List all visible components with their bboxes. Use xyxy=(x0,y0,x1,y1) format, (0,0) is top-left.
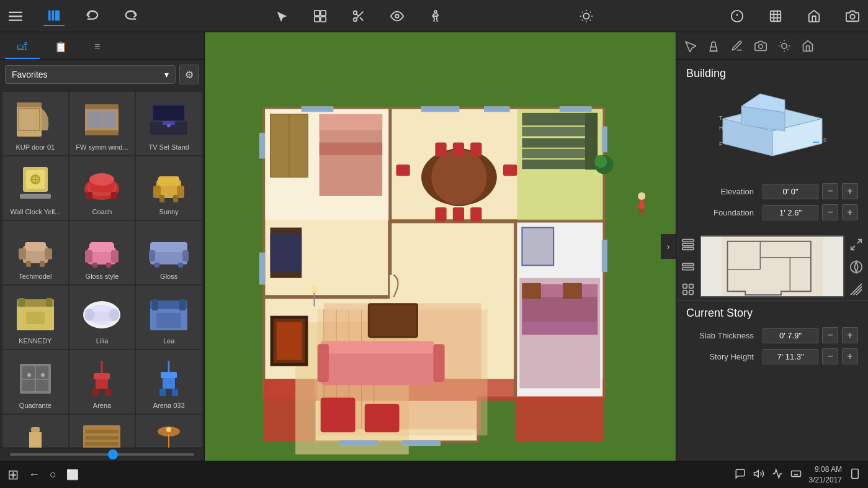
foundation-input[interactable] xyxy=(763,205,818,220)
start-button[interactable]: ⊞ xyxy=(7,467,19,483)
ruler-icon[interactable] xyxy=(849,282,863,299)
undo-icon[interactable] xyxy=(82,7,103,25)
svg-rect-82 xyxy=(182,250,189,261)
elevation-plus-button[interactable]: + xyxy=(842,183,858,199)
stamp-right-tab[interactable] xyxy=(702,36,725,59)
svg-text:T: T xyxy=(719,115,723,121)
list-item[interactable]: Gloss style xyxy=(69,221,135,284)
select-icon[interactable] xyxy=(271,7,292,25)
walk-icon[interactable] xyxy=(425,7,446,25)
sun-right-tab[interactable] xyxy=(773,36,795,59)
list-item[interactable]: Lamp xyxy=(136,415,202,448)
list-item[interactable]: Coach xyxy=(69,156,135,220)
list-item[interactable]: Arena xyxy=(69,350,135,413)
list-tab[interactable]: ≡ xyxy=(82,36,112,59)
library-icon[interactable] xyxy=(43,6,65,26)
slab-thickness-input[interactable] xyxy=(763,328,818,343)
svg-rect-77 xyxy=(92,263,97,268)
scissors-icon[interactable] xyxy=(348,7,369,25)
zoom-slider-track[interactable] xyxy=(10,453,194,456)
list-item[interactable]: Arena 033 xyxy=(136,350,202,413)
item-label: KENNEDY xyxy=(19,337,51,345)
list-item[interactable]: Wall Clock Yell... xyxy=(2,156,68,220)
dropdown-arrow: ▾ xyxy=(164,70,169,79)
svg-line-255 xyxy=(851,284,862,295)
compass-icon[interactable] xyxy=(849,260,863,276)
story-height-input[interactable] xyxy=(763,349,818,364)
svg-rect-99 xyxy=(156,313,181,328)
elevation-minus-button[interactable]: − xyxy=(822,183,838,199)
network-icon[interactable] xyxy=(772,468,783,482)
volume-icon[interactable] xyxy=(753,468,764,482)
center-canvas[interactable]: › xyxy=(205,32,676,461)
furniture-tab[interactable]: 🛋 xyxy=(5,36,40,59)
filter-settings-button[interactable]: ⚙ xyxy=(179,65,199,84)
list-item[interactable]: KUP door 01 xyxy=(2,92,68,155)
svg-rect-117 xyxy=(31,427,40,432)
item-label: Sunny xyxy=(159,208,179,215)
taskbar-left: ⊞ ← ○ ⬜ xyxy=(7,467,79,483)
story-height-minus-button[interactable]: − xyxy=(822,348,838,364)
svg-rect-71 xyxy=(26,261,31,267)
foundation-minus-button[interactable]: − xyxy=(822,204,838,220)
svg-point-47 xyxy=(167,124,171,127)
svg-point-220 xyxy=(782,43,787,48)
list-item[interactable]: FW symm wind... xyxy=(69,92,135,155)
home-button-taskbar[interactable]: ○ xyxy=(50,468,56,481)
list-item[interactable]: Techmodel xyxy=(2,221,68,284)
back-button[interactable]: ← xyxy=(29,468,40,481)
expand-panel-button[interactable]: › xyxy=(661,234,676,259)
favorites-dropdown[interactable]: Favorites ▾ xyxy=(5,65,176,84)
list-item[interactable]: KENNEDY xyxy=(2,286,68,349)
house-right-tab[interactable] xyxy=(797,36,819,59)
keyboard-icon[interactable] xyxy=(790,468,802,482)
list-item[interactable]: Gloss xyxy=(136,221,202,284)
paint-right-tab[interactable] xyxy=(726,36,748,59)
list-item[interactable]: TV Set Stand xyxy=(136,92,202,155)
design-tab[interactable]: 📋 xyxy=(42,36,79,59)
list-item[interactable]: Quadrante xyxy=(2,350,68,413)
slab-thickness-minus-button[interactable]: − xyxy=(822,327,838,343)
hamburger-menu[interactable] xyxy=(5,7,26,25)
grid-icon[interactable] xyxy=(681,282,695,299)
svg-rect-4 xyxy=(51,10,54,20)
group-icon[interactable] xyxy=(310,7,331,25)
multitask-button[interactable]: ⬜ xyxy=(66,469,79,481)
expand-right-icon[interactable] xyxy=(849,238,863,254)
redo-icon[interactable] xyxy=(120,7,141,25)
elevation-input[interactable] xyxy=(763,184,818,199)
tablet-icon[interactable] xyxy=(849,468,861,482)
filter-label: Favorites xyxy=(12,70,48,79)
camera-icon-top[interactable] xyxy=(842,7,863,25)
item-thumb xyxy=(77,227,127,270)
export-icon[interactable] xyxy=(765,7,786,25)
zoom-slider-thumb[interactable] xyxy=(108,450,118,459)
svg-point-216 xyxy=(310,286,318,293)
svg-rect-0 xyxy=(9,11,22,12)
story-height-plus-button[interactable]: + xyxy=(842,348,858,364)
floor-plan-thumbnail[interactable] xyxy=(700,235,844,297)
cursor-right-tab[interactable] xyxy=(679,36,701,59)
foundation-plus-button[interactable]: + xyxy=(842,204,858,220)
list-item[interactable]: Shelf xyxy=(69,415,135,448)
svg-rect-241 xyxy=(682,264,694,266)
list-item[interactable]: Chair xyxy=(2,415,68,448)
sun-icon[interactable] xyxy=(576,7,597,25)
list-item[interactable]: Lea xyxy=(136,286,202,349)
home-icon[interactable] xyxy=(803,7,825,25)
floors-list-icon[interactable] xyxy=(681,238,695,254)
svg-rect-113 xyxy=(161,372,177,378)
svg-rect-240 xyxy=(682,248,694,250)
chat-icon[interactable] xyxy=(735,468,746,482)
item-thumb xyxy=(77,97,127,141)
svg-rect-202 xyxy=(421,107,459,112)
slab-thickness-plus-button[interactable]: + xyxy=(842,327,858,343)
eye-icon[interactable] xyxy=(387,7,408,25)
camera-right-tab[interactable] xyxy=(749,36,772,59)
list-item[interactable]: Sunny xyxy=(136,156,202,220)
list-item[interactable]: Lilia xyxy=(69,286,135,349)
layers-icon[interactable] xyxy=(681,260,695,276)
svg-rect-116 xyxy=(172,389,178,396)
svg-rect-124 xyxy=(85,436,119,440)
info-icon[interactable] xyxy=(727,7,748,25)
